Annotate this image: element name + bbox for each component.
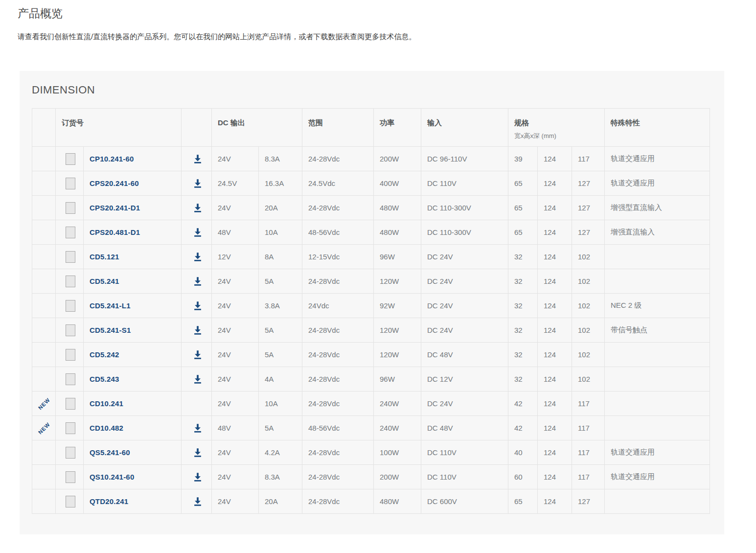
table-row: QS10.241-60 24V 8.3A 24-28Vdc 200W DC 11… bbox=[32, 465, 710, 489]
special-feature-cell bbox=[605, 269, 710, 294]
row-checkbox[interactable] bbox=[66, 276, 75, 287]
row-checkbox[interactable] bbox=[66, 373, 75, 385]
row-checkbox[interactable] bbox=[66, 153, 75, 165]
checkbox-cell bbox=[56, 171, 84, 196]
newbadge-cell bbox=[32, 294, 56, 318]
current-cell: 20A bbox=[259, 196, 302, 220]
spec-height-cell: 124 bbox=[538, 465, 572, 489]
download-button[interactable] bbox=[192, 423, 203, 434]
power-cell: 96W bbox=[374, 367, 421, 392]
download-button[interactable] bbox=[192, 154, 203, 164]
product-link[interactable]: QTD20.241 bbox=[90, 497, 128, 506]
current-cell: 5A bbox=[259, 269, 302, 294]
table-row: CD5.121 12V 8A 12-15Vdc 96W DC 24V 32 12… bbox=[32, 245, 710, 269]
product-link[interactable]: CD10.482 bbox=[90, 424, 123, 432]
product-link[interactable]: CD10.241 bbox=[90, 399, 123, 408]
row-checkbox[interactable] bbox=[66, 300, 75, 312]
special-feature-cell: 轨道交通应用 bbox=[605, 440, 710, 465]
newbadge-cell bbox=[32, 465, 56, 489]
newbadge-cell bbox=[32, 269, 56, 294]
download-cell bbox=[182, 220, 212, 245]
download-cell bbox=[182, 367, 212, 392]
row-checkbox[interactable] bbox=[66, 202, 75, 214]
voltage-cell: 24V bbox=[212, 343, 259, 367]
product-link[interactable]: CP10.241-60 bbox=[90, 155, 134, 163]
product-link[interactable]: CD5.241 bbox=[90, 277, 119, 285]
spec-depth-cell: 117 bbox=[572, 465, 605, 489]
current-cell: 10A bbox=[259, 220, 302, 245]
download-button[interactable] bbox=[192, 300, 203, 311]
range-cell: 24-28Vdc bbox=[302, 343, 374, 367]
download-button[interactable] bbox=[192, 203, 203, 213]
spec-width-cell: 40 bbox=[508, 440, 538, 465]
row-checkbox[interactable] bbox=[66, 398, 75, 410]
row-checkbox[interactable] bbox=[66, 251, 75, 263]
spec-width-cell: 65 bbox=[508, 171, 538, 196]
table-row: NEW CD10.241 24V 10A 24-28Vdc 240W DC 24… bbox=[32, 392, 710, 416]
spec-height-cell: 124 bbox=[538, 294, 572, 318]
spec-height-cell: 124 bbox=[538, 147, 572, 171]
product-link[interactable]: CD5.241-L1 bbox=[90, 301, 131, 310]
current-cell: 16.3A bbox=[259, 171, 302, 196]
input-cell: DC 24V bbox=[421, 318, 508, 343]
download-button[interactable] bbox=[192, 178, 203, 189]
newbadge-cell: NEW bbox=[32, 416, 56, 440]
current-cell: 4.2A bbox=[259, 440, 302, 465]
spec-width-cell: 32 bbox=[508, 367, 538, 392]
table-row: CD5.242 24V 5A 24-28Vdc 120W DC 48V 32 1… bbox=[32, 343, 710, 367]
download-icon bbox=[192, 423, 203, 434]
new-badge: NEW bbox=[37, 396, 51, 411]
product-link[interactable]: CPS20.481-D1 bbox=[90, 228, 140, 236]
product-link[interactable]: CD5.243 bbox=[90, 375, 119, 383]
range-cell: 24.5Vdc bbox=[302, 171, 374, 196]
checkbox-cell bbox=[56, 489, 84, 514]
spec-width-cell: 32 bbox=[508, 269, 538, 294]
download-button[interactable] bbox=[192, 374, 203, 385]
download-cell bbox=[182, 147, 212, 171]
special-feature-cell bbox=[605, 245, 710, 269]
download-cell bbox=[182, 465, 212, 489]
product-link[interactable]: CPS20.241-60 bbox=[90, 179, 139, 187]
row-checkbox[interactable] bbox=[66, 496, 75, 507]
row-checkbox[interactable] bbox=[66, 324, 75, 336]
current-cell: 10A bbox=[259, 392, 302, 416]
spec-height-cell: 124 bbox=[538, 440, 572, 465]
header-special: 特殊特性 bbox=[605, 109, 710, 147]
header-dc-output: DC 输出 bbox=[212, 109, 302, 147]
table-row: CD5.241 24V 5A 24-28Vdc 120W DC 24V 32 1… bbox=[32, 269, 710, 294]
range-cell: 24-28Vdc bbox=[302, 269, 374, 294]
current-cell: 5A bbox=[259, 318, 302, 343]
checkbox-cell bbox=[56, 465, 84, 489]
row-checkbox[interactable] bbox=[66, 227, 75, 238]
download-button[interactable] bbox=[192, 325, 203, 336]
product-link[interactable]: QS10.241-60 bbox=[90, 473, 134, 481]
row-checkbox[interactable] bbox=[66, 471, 75, 483]
row-checkbox[interactable] bbox=[66, 422, 75, 434]
power-cell: 92W bbox=[374, 294, 421, 318]
download-button[interactable] bbox=[192, 472, 203, 483]
product-table: 订货号 DC 输出 范围 功率 输入 规格 宽x高x深 (mm) 特殊特性 CP… bbox=[32, 108, 710, 514]
download-button[interactable] bbox=[192, 227, 203, 238]
row-checkbox[interactable] bbox=[66, 349, 75, 361]
product-link[interactable]: CD5.241-S1 bbox=[90, 326, 131, 334]
product-link[interactable]: CD5.121 bbox=[90, 253, 119, 261]
power-cell: 100W bbox=[374, 440, 421, 465]
product-link[interactable]: CD5.242 bbox=[90, 350, 119, 359]
product-name-cell: CD10.482 bbox=[84, 416, 182, 440]
row-checkbox[interactable] bbox=[66, 447, 75, 459]
row-checkbox[interactable] bbox=[66, 178, 75, 189]
download-button[interactable] bbox=[192, 447, 203, 458]
download-icon bbox=[192, 300, 203, 311]
input-cell: DC 24V bbox=[421, 294, 508, 318]
voltage-cell: 24V bbox=[212, 318, 259, 343]
newbadge-cell bbox=[32, 220, 56, 245]
download-button[interactable] bbox=[192, 496, 203, 507]
product-link[interactable]: CPS20.241-D1 bbox=[90, 204, 140, 212]
download-button[interactable] bbox=[192, 276, 203, 287]
newbadge-cell bbox=[32, 440, 56, 465]
download-button[interactable] bbox=[192, 349, 203, 360]
product-link[interactable]: QS5.241-60 bbox=[90, 448, 130, 457]
download-button[interactable] bbox=[192, 252, 203, 262]
checkbox-cell bbox=[56, 245, 84, 269]
input-cell: DC 48V bbox=[421, 416, 508, 440]
